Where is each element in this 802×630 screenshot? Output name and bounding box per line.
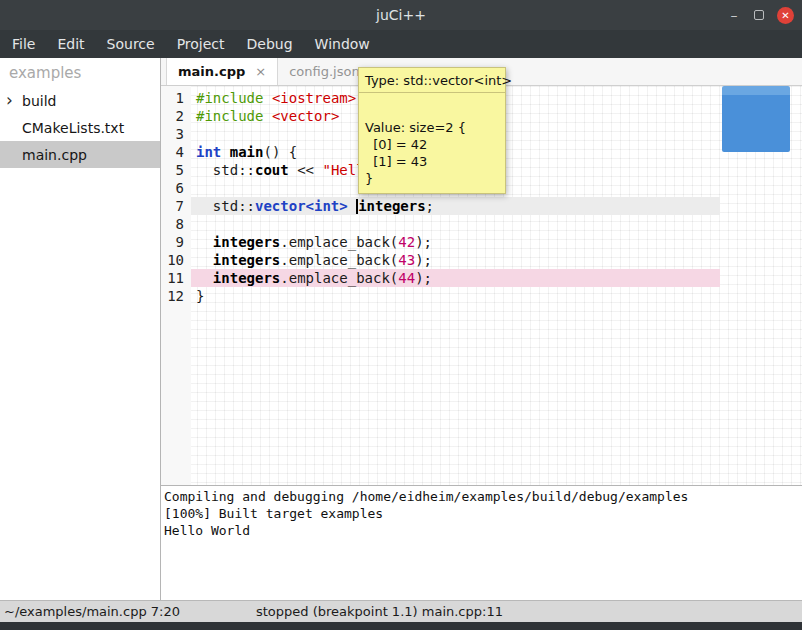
tree-item-label: main.cpp (22, 147, 87, 163)
code-token: .emplace_back( (280, 234, 398, 250)
line-number-7: 7 (161, 197, 191, 215)
status-bar: ~/examples/main.cpp 7:20 stopped (breakp… (0, 600, 802, 622)
code-token: ); (415, 234, 432, 250)
code-token: .emplace_back( (280, 252, 398, 268)
menu-item-source[interactable]: Source (96, 30, 166, 58)
tooltip-value-section: Value: size=2 { [0] = 42 [1] = 43} (359, 93, 505, 193)
app-window: juCi++ – ✕ FileEditSourceProjectDebugWin… (0, 0, 802, 630)
code-token: integers (213, 270, 280, 286)
line-number-10: 10 (161, 251, 191, 269)
code-line-12[interactable]: } (191, 287, 720, 305)
window-bottom-edge (0, 622, 802, 630)
code-token: integers (213, 252, 280, 268)
code-line-9[interactable]: integers.emplace_back(42); (191, 233, 720, 251)
title-bar[interactable]: juCi++ – ✕ (0, 0, 802, 30)
terminal-line: Compiling and debugging /home/eidheim/ex… (164, 488, 802, 505)
menu-item-file[interactable]: File (1, 30, 46, 58)
line-number-6: 6 (161, 179, 191, 197)
terminal-line: Hello World (164, 522, 802, 539)
sidebar-item-cmakelists-txt[interactable]: CMakeLists.txt (0, 114, 160, 141)
tooltip-value-line: [0] = 42 (365, 136, 499, 153)
code-token: << (289, 162, 323, 178)
tab-label: config.json (289, 64, 360, 79)
status-file-position: ~/examples/main.cpp 7:20 (4, 604, 180, 619)
tooltip-type-line: Type: std::vector<int> (359, 68, 505, 93)
file-tree: ›buildCMakeLists.txtmain.cpp (0, 87, 160, 168)
code-token (263, 108, 271, 124)
code-token: .emplace_back( (280, 270, 398, 286)
minimize-icon[interactable]: – (727, 7, 741, 23)
code-token: main (230, 144, 264, 160)
code-line-10[interactable]: integers.emplace_back(43); (191, 251, 720, 269)
code-token: int (196, 144, 221, 160)
close-icon[interactable]: ✕ (777, 7, 794, 24)
window-controls: – ✕ (727, 0, 794, 30)
code-token (196, 234, 213, 250)
code-token: 43 (398, 252, 415, 268)
window-title: juCi++ (0, 7, 802, 23)
code-token: vector<int> (255, 198, 348, 214)
terminal-line: [100%] Built target examples (164, 505, 802, 522)
tab-main-cpp[interactable]: main.cpp× (166, 58, 278, 85)
code-line-11[interactable]: integers.emplace_back(44); (191, 269, 720, 287)
code-token (263, 90, 271, 106)
code-token: ; (426, 198, 434, 214)
line-number-8: 8 (161, 215, 191, 233)
tooltip-value-line: Value: size=2 { (365, 119, 499, 136)
code-token: <vector> (272, 108, 339, 124)
code-token: integers (358, 198, 425, 214)
code-token: } (196, 288, 204, 304)
tree-item-label: CMakeLists.txt (22, 120, 124, 136)
code-line-8[interactable] (191, 215, 720, 233)
line-number-5: 5 (161, 161, 191, 179)
menu-bar: FileEditSourceProjectDebugWindow (0, 30, 802, 58)
restore-icon[interactable] (754, 10, 764, 20)
line-number-3: 3 (161, 125, 191, 143)
code-token: 44 (398, 270, 415, 286)
tree-item-label: build (22, 93, 56, 109)
code-line-7[interactable]: std::vector<int> integers; (191, 197, 720, 215)
line-number-1: 1 (161, 89, 191, 107)
code-token: #include (196, 90, 263, 106)
sidebar-item-build[interactable]: ›build (0, 87, 160, 114)
debug-value-tooltip: Type: std::vector<int> Value: size=2 { [… (358, 67, 506, 194)
code-token (348, 198, 356, 214)
chevron-right-icon: › (6, 90, 13, 110)
file-tree-sidebar: examples ›buildCMakeLists.txtmain.cpp (0, 58, 161, 600)
sidebar-item-main-cpp[interactable]: main.cpp (0, 141, 160, 168)
code-token: std:: (196, 198, 255, 214)
menu-item-edit[interactable]: Edit (46, 30, 95, 58)
scrollbar-thumb[interactable] (722, 86, 790, 152)
menu-item-window[interactable]: Window (304, 30, 381, 58)
code-token: ); (415, 252, 432, 268)
tab-label: main.cpp (178, 64, 245, 79)
code-token: #include (196, 108, 263, 124)
close-tab-icon[interactable]: × (255, 64, 266, 79)
code-token: () { (263, 144, 297, 160)
code-token: 42 (398, 234, 415, 250)
line-number-12: 12 (161, 287, 191, 305)
code-token: integers (213, 234, 280, 250)
tooltip-value-line: [1] = 43 (365, 153, 499, 170)
line-number-9: 9 (161, 233, 191, 251)
code-token: <iostream> (272, 90, 356, 106)
menu-item-debug[interactable]: Debug (236, 30, 304, 58)
code-token: ); (415, 270, 432, 286)
terminal-output[interactable]: Compiling and debugging /home/eidheim/ex… (161, 486, 802, 600)
line-number-gutter: 123456789101112 (161, 86, 191, 485)
tooltip-value-line: } (365, 170, 499, 187)
code-token (196, 252, 213, 268)
line-number-4: 4 (161, 143, 191, 161)
code-token (221, 144, 229, 160)
project-name-header: examples (0, 58, 160, 87)
line-number-2: 2 (161, 107, 191, 125)
status-debug-state: stopped (breakpoint 1.1) main.cpp:11 (256, 604, 503, 619)
menu-item-project[interactable]: Project (166, 30, 236, 58)
editor-right-margin (720, 86, 802, 485)
line-number-11: 11 (161, 269, 191, 287)
code-token: cout (255, 162, 289, 178)
code-token (196, 270, 213, 286)
code-token: std:: (196, 162, 255, 178)
